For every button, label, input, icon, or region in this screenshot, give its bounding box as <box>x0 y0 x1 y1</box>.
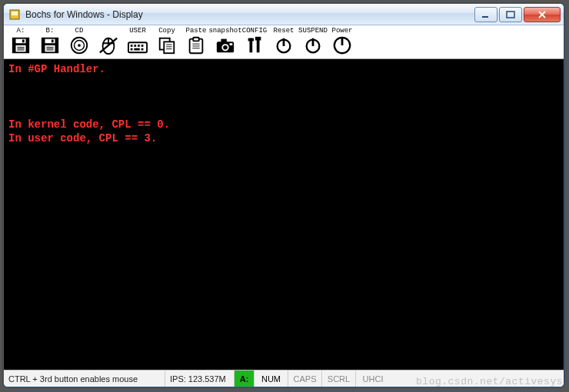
user-button-label: USER <box>129 27 146 35</box>
svg-rect-6 <box>22 39 25 42</box>
drive-a-button[interactable]: A: <box>7 27 35 58</box>
svg-rect-26 <box>131 45 133 47</box>
window-controls <box>473 7 561 22</box>
drive-cd-button-label: CD <box>75 27 84 35</box>
power-icon <box>301 35 325 56</box>
suspend-button[interactable]: SUSPEND <box>299 27 327 58</box>
svg-rect-17 <box>46 49 53 50</box>
power-button-label: Power <box>331 27 352 35</box>
svg-rect-25 <box>128 42 147 52</box>
suspend-button-label: SUSPEND <box>298 27 328 35</box>
status-drive-a: A: <box>235 370 255 387</box>
paste-button-label: Paste <box>185 27 206 35</box>
power-icon <box>271 35 296 56</box>
paste-icon <box>184 35 208 56</box>
svg-rect-31 <box>134 48 139 50</box>
svg-rect-29 <box>141 45 144 47</box>
copy-icon <box>155 35 179 56</box>
maximize-button[interactable] <box>499 7 522 22</box>
svg-rect-44 <box>221 38 226 42</box>
svg-rect-8 <box>17 46 24 47</box>
svg-rect-30 <box>131 48 133 50</box>
console-output: In #GP Handler. In kernel code, CPL == 0… <box>4 59 564 370</box>
titlebar[interactable]: Bochs for Windows - Display <box>4 4 564 25</box>
svg-rect-13 <box>52 39 54 42</box>
drive-b-button-label: B: <box>46 27 55 35</box>
svg-point-46 <box>223 45 228 50</box>
svg-rect-28 <box>138 45 140 47</box>
svg-rect-10 <box>17 49 24 50</box>
mouse-capture-button[interactable] <box>95 27 122 58</box>
tools-icon <box>242 35 267 56</box>
camera-icon <box>213 35 238 56</box>
status-numlock: NUM <box>255 370 288 387</box>
floppy-icon <box>8 35 33 56</box>
config-button[interactable]: CONFIG <box>241 27 268 58</box>
svg-rect-47 <box>230 43 233 45</box>
reset-button[interactable]: Reset <box>270 27 298 58</box>
svg-rect-9 <box>17 48 24 48</box>
app-window: Bochs for Windows - Display A:B:CDUSERCo… <box>3 3 564 387</box>
status-ips: IPS: 123.537M <box>165 370 235 387</box>
svg-rect-27 <box>134 45 136 47</box>
drive-cd-button[interactable]: CD <box>65 27 93 58</box>
app-icon <box>8 8 21 21</box>
status-mouse-hint: CTRL + 3rd button enables mouse <box>4 370 165 387</box>
svg-rect-3 <box>507 12 514 18</box>
toolbar: A:B:CDUSERCopyPastesnapshotCONFIGResetSU… <box>4 25 564 59</box>
drive-a-button-label: A: <box>17 27 25 35</box>
svg-rect-51 <box>255 36 261 40</box>
svg-rect-2 <box>482 16 488 18</box>
svg-rect-32 <box>141 48 144 50</box>
copy-button-label: Copy <box>158 27 175 35</box>
reset-button-label: Reset <box>273 27 294 35</box>
cd-icon <box>67 35 92 56</box>
close-button[interactable] <box>524 7 561 22</box>
floppy-icon <box>38 35 62 56</box>
snapshot-button[interactable]: snapshot <box>211 27 239 58</box>
mouse-off-icon <box>96 35 121 56</box>
minimize-button[interactable] <box>474 7 497 22</box>
copy-button[interactable]: Copy <box>153 27 181 58</box>
svg-point-20 <box>78 44 81 47</box>
power-button[interactable]: Power <box>328 27 356 58</box>
paste-button[interactable]: Paste <box>182 27 210 58</box>
svg-rect-16 <box>46 48 53 48</box>
svg-rect-49 <box>248 38 254 41</box>
config-button-label: CONFIG <box>242 27 267 35</box>
svg-rect-39 <box>193 37 198 41</box>
svg-rect-15 <box>46 46 53 47</box>
window-title: Bochs for Windows - Display <box>25 9 473 20</box>
snapshot-button-label: snapshot <box>208 27 241 35</box>
user-button[interactable]: USER <box>124 27 151 58</box>
svg-rect-1 <box>12 12 18 15</box>
status-capslock: CAPS <box>288 370 322 387</box>
status-uhci: UHCI <box>356 370 390 387</box>
power-ring-icon <box>330 35 354 56</box>
statusbar: CTRL + 3rd button enables mouse IPS: 123… <box>4 370 564 387</box>
keyboard-icon <box>125 35 150 56</box>
status-scrolllock: SCRL <box>322 370 356 387</box>
svg-rect-34 <box>164 42 174 53</box>
drive-b-button[interactable]: B: <box>36 27 64 58</box>
